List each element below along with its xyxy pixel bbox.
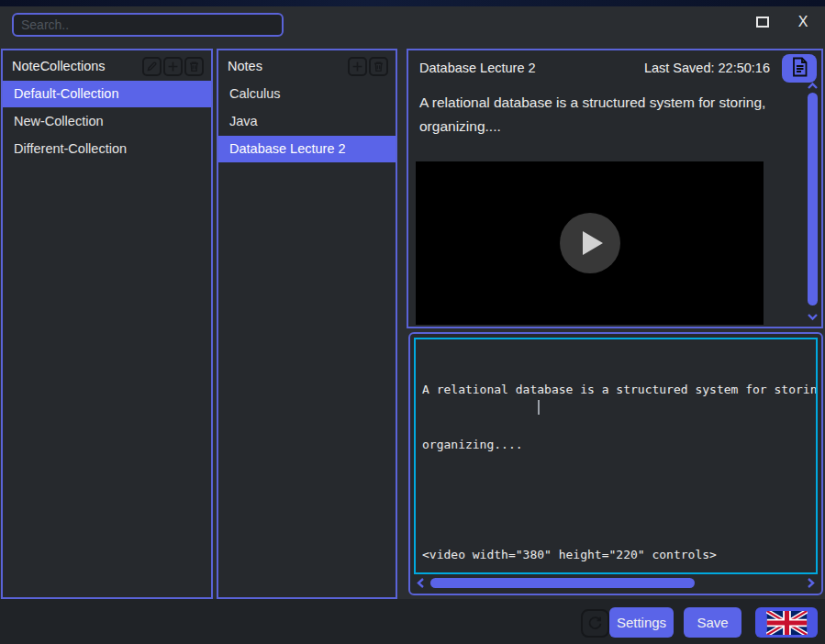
scroll-left-button[interactable] xyxy=(416,577,425,589)
vertical-scrollbar-thumb[interactable] xyxy=(808,93,818,305)
add-note-button[interactable] xyxy=(348,57,367,76)
horizontal-scrollbar-thumb[interactable] xyxy=(430,578,695,588)
chevron-down-icon xyxy=(807,313,819,321)
save-button[interactable]: Save xyxy=(684,607,741,638)
document-icon xyxy=(791,57,808,80)
notes-header: Notes xyxy=(218,50,396,80)
chevron-up-icon xyxy=(807,82,819,90)
video-player xyxy=(416,161,764,325)
note-view-panel: Database Lecture 2 Last Saved: 22:50:16 … xyxy=(407,49,823,328)
editor-horizontal-scrollbar xyxy=(414,577,818,589)
note-view-scrollbar xyxy=(807,81,819,322)
collections-panel: NoteCollections Default-Collect xyxy=(1,49,213,599)
chevron-left-icon xyxy=(416,577,425,589)
close-button[interactable]: X xyxy=(793,12,813,32)
refresh-icon xyxy=(587,615,603,633)
collections-list: Default-Collection New-Collection Differ… xyxy=(3,81,211,163)
trash-icon xyxy=(373,61,385,72)
scroll-right-button[interactable] xyxy=(807,577,816,589)
editor-container: A relational database is a structured sy… xyxy=(408,332,823,595)
export-document-button[interactable] xyxy=(782,54,817,83)
collection-item-default[interactable]: Default-Collection xyxy=(3,81,211,107)
language-flag-button[interactable] xyxy=(755,607,818,638)
play-button[interactable] xyxy=(560,213,620,273)
editor-line: A relational database is a structured sy… xyxy=(422,381,816,399)
collection-item-different[interactable]: Different-Collection xyxy=(3,136,211,162)
refresh-button[interactable] xyxy=(581,609,609,638)
desktop-background-strip xyxy=(0,0,825,6)
notes-title: Notes xyxy=(228,59,262,73)
add-collection-button[interactable] xyxy=(163,57,183,76)
titlebar: X xyxy=(0,6,825,49)
footer-bar: Settings Save xyxy=(0,599,825,644)
note-item-java[interactable]: Java xyxy=(218,108,396,135)
note-source-textbox[interactable]: A relational database is a structured sy… xyxy=(414,338,818,574)
chevron-right-icon xyxy=(807,577,816,589)
note-view-title: Database Lecture 2 xyxy=(419,61,536,75)
editor-line xyxy=(422,491,816,509)
note-rendered-text: A relational database is a structured sy… xyxy=(419,91,797,139)
settings-button[interactable]: Settings xyxy=(609,607,674,638)
uk-flag-icon xyxy=(766,611,808,635)
note-item-database-lecture-2[interactable]: Database Lecture 2 xyxy=(218,136,396,162)
plus-icon xyxy=(167,61,179,72)
delete-note-button[interactable] xyxy=(369,57,388,76)
delete-collection-button[interactable] xyxy=(184,57,204,76)
last-saved-label: Last Saved: 22:50:16 xyxy=(644,61,770,75)
collections-title: NoteCollections xyxy=(12,59,106,73)
notes-list: Calculus Java Database Lecture 2 xyxy=(218,81,396,163)
scroll-down-button[interactable] xyxy=(807,313,819,321)
collection-item-new[interactable]: New-Collection xyxy=(3,108,211,135)
scroll-up-button[interactable] xyxy=(807,82,819,90)
text-caret xyxy=(538,400,540,415)
pencil-icon xyxy=(146,61,158,72)
notes-panel: Notes Calculus Java Database Lecture 2 xyxy=(217,49,397,599)
editor-line: <video width="380" height="220" controls… xyxy=(422,546,816,564)
plus-icon xyxy=(351,61,363,72)
edit-collection-button[interactable] xyxy=(142,57,162,76)
note-item-calculus[interactable]: Calculus xyxy=(218,81,396,107)
editor-line: organizing.... xyxy=(422,436,816,454)
play-icon xyxy=(583,231,603,255)
trash-icon xyxy=(188,61,200,72)
maximize-button[interactable] xyxy=(756,17,769,28)
search-input[interactable] xyxy=(12,13,284,37)
collections-header: NoteCollections xyxy=(3,50,211,80)
